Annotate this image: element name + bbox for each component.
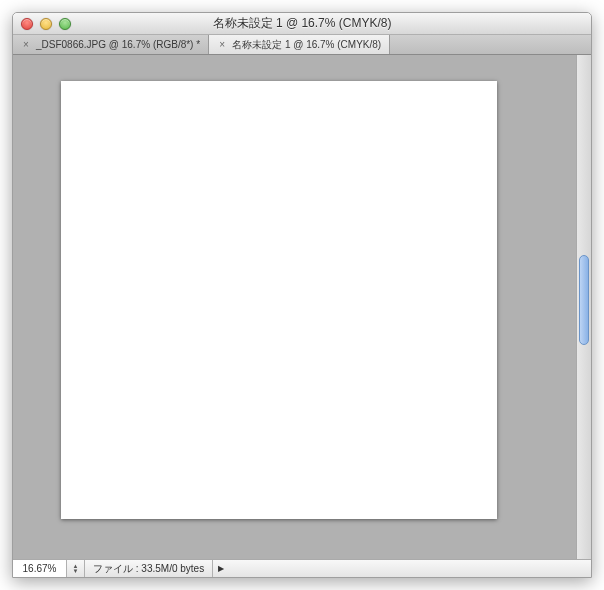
statusbar-menu-icon[interactable]: ▶: [213, 564, 229, 573]
zoom-stepper[interactable]: ▲ ▼: [67, 560, 85, 577]
artboard[interactable]: [61, 81, 497, 519]
zoom-level[interactable]: 16.67%: [13, 560, 67, 577]
chevron-down-icon[interactable]: ▼: [73, 569, 79, 574]
vertical-scrollbar[interactable]: [576, 55, 591, 559]
file-info[interactable]: ファイル : 33.5M/0 bytes: [85, 560, 213, 577]
traffic-lights: [13, 18, 71, 30]
canvas-area[interactable]: [13, 55, 591, 559]
window-title: 名称未設定 1 @ 16.7% (CMYK/8): [13, 15, 591, 32]
tab-untitled-1[interactable]: × 名称未設定 1 @ 16.7% (CMYK/8): [209, 35, 390, 54]
zoom-icon[interactable]: [59, 18, 71, 30]
close-tab-icon[interactable]: ×: [217, 40, 227, 50]
file-info-label: ファイル :: [93, 562, 139, 576]
document-window: 名称未設定 1 @ 16.7% (CMYK/8) × _DSF0866.JPG …: [12, 12, 592, 578]
scrollbar-thumb[interactable]: [579, 255, 589, 345]
tab-label: 名称未設定 1 @ 16.7% (CMYK/8): [232, 38, 381, 52]
titlebar[interactable]: 名称未設定 1 @ 16.7% (CMYK/8): [13, 13, 591, 35]
tab-dsf0866[interactable]: × _DSF0866.JPG @ 16.7% (RGB/8*) *: [13, 35, 209, 54]
statusbar: 16.67% ▲ ▼ ファイル : 33.5M/0 bytes ▶: [13, 559, 591, 577]
close-icon[interactable]: [21, 18, 33, 30]
document-tabs: × _DSF0866.JPG @ 16.7% (RGB/8*) * × 名称未設…: [13, 35, 591, 55]
tab-label: _DSF0866.JPG @ 16.7% (RGB/8*) *: [36, 39, 200, 50]
close-tab-icon[interactable]: ×: [21, 40, 31, 50]
file-info-value: 33.5M/0 bytes: [141, 563, 204, 574]
minimize-icon[interactable]: [40, 18, 52, 30]
